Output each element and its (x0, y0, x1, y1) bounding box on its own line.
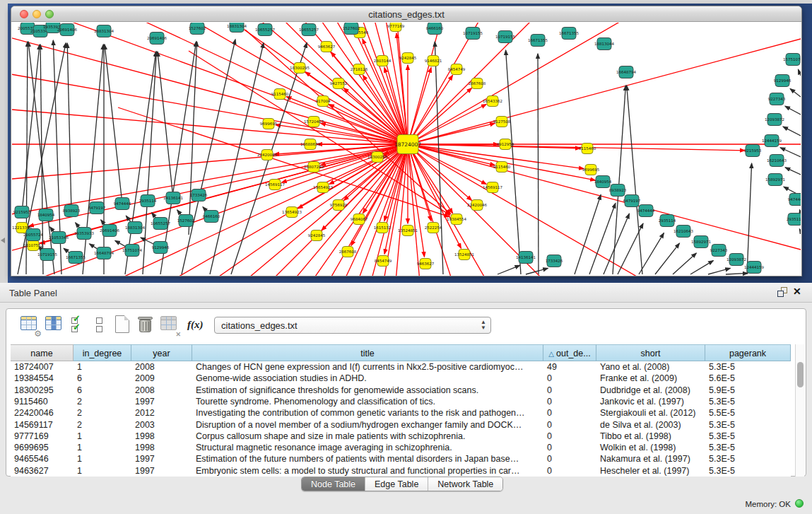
table-row[interactable]: 2242004622012Investigating the contribut… (11, 407, 791, 419)
table-settings-icon[interactable]: ⚙ (20, 316, 39, 334)
table-cell-in_degree[interactable]: 2 (73, 396, 131, 407)
network-node-yellow[interactable]: 8454749 (448, 64, 466, 75)
table-cell-name[interactable]: 9463627 (11, 465, 73, 477)
network-node-teal[interactable]: 6479197 (88, 202, 106, 214)
table-cell-out_degree[interactable]: 0 (543, 442, 596, 453)
network-canvas[interactable]: 8912954912750816543362286760884547499146… (12, 23, 801, 276)
select-all-icon[interactable]: ✓✓ (71, 317, 90, 336)
table-cell-in_degree[interactable]: 2 (73, 407, 131, 419)
citation-edge-black[interactable] (575, 195, 601, 274)
network-node-teal[interactable]: 1840954 (594, 176, 612, 188)
network-node-teal[interactable]: 1527602 (343, 23, 360, 35)
network-node-teal[interactable]: 9215953 (13, 206, 31, 218)
network-node-teal[interactable]: 16210643 (673, 226, 693, 238)
table-cell-short[interactable]: Yano et al. (2008) (596, 361, 705, 373)
network-node-teal[interactable]: 1527602 (189, 23, 206, 35)
network-node-teal[interactable]: 16648794 (94, 247, 114, 259)
citation-edge-black[interactable] (798, 69, 801, 76)
table-cell-name[interactable]: 18724007 (11, 361, 73, 373)
table-cell-pagerank[interactable]: 5.3E-5 (705, 396, 791, 407)
vertical-scrollbar[interactable] (795, 344, 804, 477)
citation-edge-black[interactable] (747, 163, 752, 274)
table-cell-title[interactable]: Estimation of the future numbers of pati… (192, 453, 543, 465)
network-node-teal[interactable]: 10655257 (255, 24, 275, 36)
citation-edge-black[interactable] (785, 106, 801, 115)
column-header-title[interactable]: title (192, 344, 543, 361)
network-node-teal[interactable]: 14136141 (163, 192, 183, 204)
network-node-teal[interactable]: 12093872 (726, 254, 746, 266)
citation-edge-black[interactable] (83, 45, 103, 274)
citation-edge-red[interactable] (40, 144, 408, 243)
citation-edge-black[interactable] (189, 42, 197, 235)
citation-edge-black[interactable] (613, 86, 625, 274)
table-cell-title[interactable]: Structural magnetic resonance image aver… (192, 442, 543, 453)
network-node-teal[interactable]: 9474444 (788, 194, 801, 206)
table-cell-out_degree[interactable]: 49 (543, 361, 596, 373)
citation-edge-black[interactable] (160, 42, 196, 274)
table-cell-name[interactable]: 9465546 (11, 453, 73, 465)
table-cell-in_degree[interactable]: 1 (73, 361, 131, 373)
citation-edge-black[interactable] (589, 203, 616, 274)
network-node-teal[interactable]: 9129946 (152, 242, 170, 254)
table-cell-pagerank[interactable]: 5.3E-5 (705, 419, 791, 431)
network-node-yellow[interactable]: 10688639 (300, 139, 320, 150)
table-cell-pagerank[interactable]: 5.3E-5 (705, 465, 791, 477)
close-panel-icon[interactable]: ✕ (793, 286, 801, 297)
network-node-teal[interactable]: 10719155 (37, 249, 57, 261)
tab-node-table[interactable]: Node Table (302, 477, 365, 491)
citation-edge-black[interactable] (790, 89, 801, 97)
citation-edge-black[interactable] (498, 265, 520, 274)
network-node-teal[interactable]: 8938923 (609, 185, 627, 197)
citation-edge-red[interactable] (20, 23, 408, 144)
citation-edge-black[interactable] (708, 268, 730, 274)
network-node-teal[interactable]: 15892971 (765, 174, 785, 186)
citation-edge-black[interactable] (785, 168, 801, 175)
table-cell-title[interactable]: Genome-wide association studies in ADHD. (192, 373, 543, 384)
network-node-yellow[interactable]: 9699695 (582, 165, 600, 175)
table-cell-year[interactable]: 1998 (131, 431, 192, 442)
network-hub-node[interactable]: 18724007 (394, 135, 421, 154)
network-node-teal[interactable]: 20691406 (57, 24, 77, 36)
citation-edge-black[interactable] (655, 243, 679, 274)
network-node-teal[interactable]: 18831304 (227, 23, 247, 33)
table-cell-pagerank[interactable]: 5.3E-5 (705, 442, 791, 453)
table-cell-short[interactable]: Jankovic et al. (1997) (596, 396, 705, 407)
network-node-yellow[interactable]: 9756928 (330, 200, 348, 211)
network-node-yellow[interactable]: 2867608 (469, 78, 486, 89)
tab-network-table[interactable]: Network Table (428, 477, 502, 491)
table-row[interactable]: 969969511998Structural magnetic resonanc… (11, 442, 791, 453)
table-cell-in_degree[interactable]: 2 (73, 419, 131, 431)
table-cell-in_degree[interactable]: 1 (73, 431, 131, 442)
network-node-teal[interactable]: 16671355 (559, 28, 579, 40)
network-node-yellow[interactable]: 22420046 (467, 200, 487, 211)
network-node-yellow[interactable]: 2867608 (339, 247, 357, 257)
column-header-short[interactable]: short (596, 344, 705, 361)
network-node-yellow[interactable]: 9115460 (271, 89, 289, 100)
table-row[interactable]: 946362711997Embryonic stem cells: a mode… (11, 465, 791, 477)
table-cell-out_degree[interactable]: 0 (543, 465, 596, 477)
network-node-teal[interactable]: 12444159 (744, 262, 764, 274)
network-node-teal[interactable]: 1527602 (177, 215, 195, 227)
table-row[interactable]: 946554611997Estimation of the future num… (11, 453, 791, 465)
network-node-yellow[interactable]: 9463627 (417, 259, 435, 269)
network-node-teal[interactable]: 9474444 (637, 205, 655, 217)
table-cell-out_degree[interactable]: 0 (543, 385, 596, 396)
citation-edge-red[interactable] (12, 23, 408, 144)
network-node-teal[interactable]: 21053346 (49, 232, 69, 244)
citation-edge-red[interactable] (12, 64, 408, 144)
network-node-teal[interactable]: 16671355 (528, 35, 548, 47)
network-node-teal[interactable]: 2935114 (139, 195, 157, 207)
table-cell-year[interactable]: 2003 (131, 419, 192, 431)
network-node-teal[interactable]: 6479197 (623, 195, 641, 207)
citation-edge-black[interactable] (125, 52, 156, 274)
table-cell-in_degree[interactable]: 1 (73, 442, 131, 453)
scrollbar-thumb[interactable] (797, 362, 804, 387)
table-cell-year[interactable]: 2008 (131, 361, 192, 373)
table-cell-year[interactable]: 2012 (131, 407, 192, 419)
network-node-teal[interactable]: 15751074 (122, 245, 142, 257)
network-node-teal[interactable]: 10719155 (495, 31, 515, 43)
column-header-year[interactable]: year (131, 344, 192, 361)
float-panel-icon[interactable] (777, 287, 789, 298)
table-cell-short[interactable]: Hescheler et al. (1997) (596, 465, 705, 477)
table-cell-in_degree[interactable]: 1 (73, 453, 131, 465)
